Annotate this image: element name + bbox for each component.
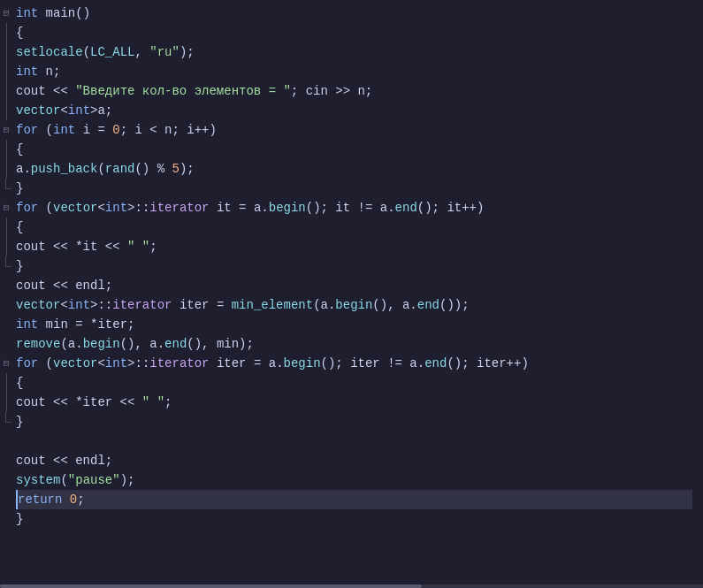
token-plain — [62, 490, 69, 509]
token-type: vector — [53, 354, 97, 373]
fold-marker-20 — [0, 373, 12, 393]
token-plain: { — [16, 373, 23, 393]
code-line-15: cout << endl; — [16, 276, 692, 295]
token-plain: >:: — [90, 295, 112, 315]
code-line-8: { — [16, 140, 692, 159]
fold-marker-23 — [0, 431, 12, 451]
token-method: begin — [269, 198, 306, 218]
code-line-23 — [16, 431, 692, 451]
code-editor: ⊟⊟ ⊟ ⊟ int main(){ setlocale(LC_ALL, "ru… — [0, 0, 703, 588]
token-num: 5 — [172, 159, 179, 179]
token-type: vector — [16, 101, 60, 120]
token-plain: cout << — [16, 81, 75, 101]
token-plain: cout << *it << — [16, 237, 127, 256]
token-plain: (), a. — [372, 295, 416, 315]
fold-marker-4 — [0, 62, 12, 81]
token-plain: (); iter != a. — [321, 354, 425, 373]
token-plain: } — [16, 412, 23, 431]
fold-column: ⊟⊟ ⊟ ⊟ — [0, 4, 12, 581]
token-kw: int — [68, 101, 90, 120]
token-kw: for — [16, 120, 38, 140]
token-plain: (a. — [60, 334, 82, 354]
token-num: 0 — [70, 490, 77, 509]
token-plain: ; i < n; i++) — [120, 120, 217, 140]
code-line-12: { — [16, 218, 692, 237]
fold-marker-12 — [0, 218, 12, 237]
fold-marker-14 — [0, 256, 12, 276]
token-fn: rand — [105, 159, 135, 179]
fold-marker-21 — [0, 393, 12, 412]
code-line-5: cout << "Введите кол-во элементов = "; c… — [16, 81, 692, 101]
token-kw: int — [16, 315, 38, 334]
fold-marker-3 — [0, 42, 12, 62]
fold-marker-24 — [0, 451, 12, 470]
code-line-13: cout << *it << " "; — [16, 237, 692, 256]
token-type: vector — [16, 295, 60, 315]
token-kw: for — [16, 198, 38, 218]
code-line-19: for (vector<int>::iterator iter = a.begi… — [16, 354, 692, 373]
token-method: end — [417, 295, 439, 315]
code-line-10: } — [16, 179, 692, 198]
fold-marker-11[interactable]: ⊟ — [0, 198, 12, 218]
token-plain: { — [16, 23, 23, 42]
code-line-21: cout << *iter << " "; — [16, 393, 692, 412]
code-line-16: vector<int>::iterator iter = min_element… — [16, 295, 692, 315]
token-plain: } — [16, 509, 23, 529]
token-itr: iterator — [149, 198, 209, 218]
token-str: " " — [127, 237, 149, 256]
token-str: "Введите кол-во элементов = " — [75, 81, 291, 101]
fold-marker-7[interactable]: ⊟ — [0, 120, 12, 140]
scroll-thumb[interactable] — [0, 584, 422, 588]
token-plain: (); iter++) — [447, 354, 528, 373]
token-plain: (); it++) — [417, 198, 485, 218]
token-itr: iterator — [149, 354, 209, 373]
fold-marker-1[interactable]: ⊟ — [0, 4, 12, 23]
token-plain: ( — [38, 198, 53, 218]
code-line-7: for (int i = 0; i < n; i++) — [16, 120, 692, 140]
token-plain: cout << *iter << — [16, 393, 142, 412]
code-line-14: } — [16, 256, 692, 276]
fold-marker-19[interactable]: ⊟ — [0, 354, 12, 373]
token-plain: cout << endl; — [16, 451, 112, 470]
token-plain: ; cin >> n; — [291, 81, 372, 101]
token-plain: ( — [60, 470, 67, 490]
token-kw: return — [18, 490, 62, 509]
token-fn: remove — [16, 334, 60, 354]
token-kw: int — [16, 4, 38, 23]
code-line-18: remove(a.begin(), a.end(), min); — [16, 334, 692, 354]
fold-marker-15 — [0, 276, 12, 295]
token-kw: int — [16, 62, 38, 81]
fold-marker-8 — [0, 140, 12, 159]
fold-marker-17 — [0, 315, 12, 334]
token-plain: < — [60, 295, 67, 315]
token-plain: < — [60, 101, 67, 120]
token-plain: iter = a. — [210, 354, 284, 373]
code-line-20: { — [16, 373, 692, 393]
token-method: begin — [335, 295, 372, 315]
code-area: ⊟⊟ ⊟ ⊟ int main(){ setlocale(LC_ALL, "ru… — [0, 0, 703, 584]
code-line-24: cout << endl; — [16, 451, 692, 470]
token-plain: < — [97, 354, 104, 373]
token-fn: system — [16, 470, 60, 490]
token-method: end — [424, 354, 447, 373]
token-str: "ru" — [149, 42, 180, 62]
fold-marker-2 — [0, 23, 12, 42]
token-plain: main() — [38, 4, 90, 23]
token-plain: ( — [38, 354, 53, 373]
token-type: vector — [53, 198, 97, 218]
code-line-6: vector<int>a; — [16, 101, 692, 120]
token-kw: int — [105, 354, 127, 373]
token-plain: < — [97, 198, 104, 218]
scrollbar[interactable] — [0, 584, 703, 588]
token-plain: >a; — [90, 101, 112, 120]
token-plain: } — [16, 179, 23, 198]
token-plain: min = *iter; — [38, 315, 134, 334]
code-line-17: int min = *iter; — [16, 315, 692, 334]
code-line-1: int main() — [16, 4, 692, 23]
token-kw: for — [16, 354, 38, 373]
fold-marker-5 — [0, 81, 12, 101]
token-plain: a. — [16, 159, 31, 179]
token-method: begin — [284, 354, 321, 373]
token-method: push_back — [31, 159, 98, 179]
token-lc: LC_ALL — [90, 42, 134, 62]
